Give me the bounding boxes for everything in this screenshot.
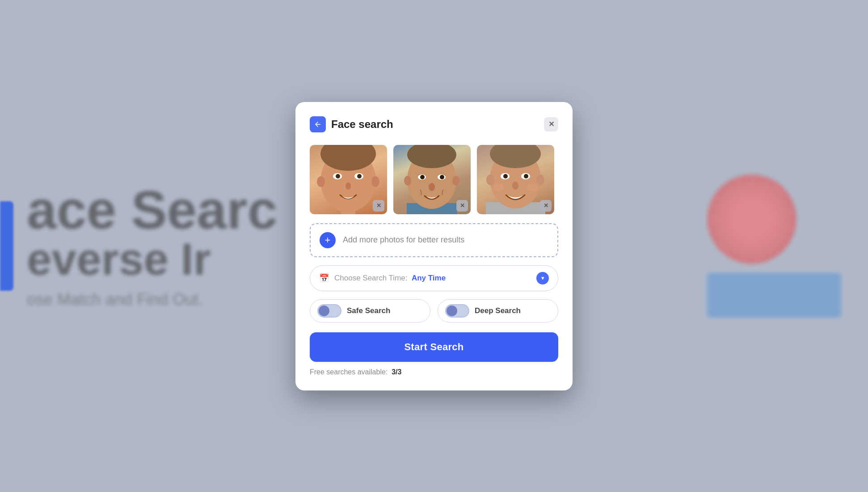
calendar-icon: 📅 [319,273,329,283]
add-icon: + [320,232,336,248]
add-photos-label: Add more photos for better results [343,235,464,245]
svg-point-4 [336,174,340,178]
photo-remove-button-1[interactable]: ✕ [373,200,384,212]
search-time-label: Choose Search Time: Any Time [334,274,531,283]
svg-point-5 [357,174,362,178]
header-left: Face search [310,116,393,132]
photo-item-3: ✕ [477,145,554,214]
photo-item-2: ✕ [393,145,471,214]
modal-overlay: Face search ✕ [0,0,868,492]
svg-point-19 [452,176,459,186]
modal-header: Face search ✕ [310,116,558,132]
svg-point-17 [429,183,435,191]
search-time-prefix-label: Choose Search Time: [334,274,407,282]
close-button[interactable]: ✕ [544,117,558,131]
svg-point-27 [512,182,518,190]
free-searches-count: 3/3 [392,368,401,376]
svg-point-16 [440,175,444,179]
back-button[interactable] [310,116,326,132]
svg-point-18 [404,176,411,186]
safe-search-label: Safe Search [347,306,390,315]
safe-search-toggle-switch[interactable] [317,304,341,318]
deep-search-toggle-switch[interactable] [445,304,469,318]
modal-title: Face search [331,118,393,131]
free-searches-info: Free searches available: 3/3 [310,368,558,376]
svg-point-7 [317,176,325,187]
safe-search-toggle-item[interactable]: Safe Search [310,299,430,322]
svg-point-28 [493,184,504,191]
svg-point-26 [524,174,528,178]
chevron-down-icon: ▾ [536,272,549,284]
svg-point-29 [527,184,538,191]
photo-item-1: ✕ [310,145,387,214]
photo-remove-button-2[interactable]: ✕ [456,200,468,212]
photo-remove-button-3[interactable]: ✕ [540,200,552,212]
search-time-dropdown[interactable]: 📅 Choose Search Time: Any Time ▾ [310,265,558,291]
svg-point-8 [371,176,379,187]
back-arrow-icon [314,120,322,128]
search-time-value: Any Time [412,274,446,282]
svg-point-30 [486,174,494,185]
svg-point-31 [536,174,544,185]
deep-search-toggle-knob [447,305,457,316]
photo-grid: ✕ [310,145,558,214]
svg-point-25 [503,174,508,178]
toggle-row: Safe Search Deep Search [310,299,558,322]
free-searches-label: Free searches available: [310,368,388,376]
safe-search-toggle-knob [319,305,329,316]
face-search-modal: Face search ✕ [295,102,573,390]
start-search-button[interactable]: Start Search [310,332,558,362]
add-photos-button[interactable]: + Add more photos for better results [310,223,558,257]
svg-point-6 [346,182,351,190]
deep-search-label: Deep Search [475,306,521,315]
svg-rect-9 [341,210,355,214]
svg-point-15 [420,175,425,179]
deep-search-toggle-item[interactable]: Deep Search [438,299,558,322]
